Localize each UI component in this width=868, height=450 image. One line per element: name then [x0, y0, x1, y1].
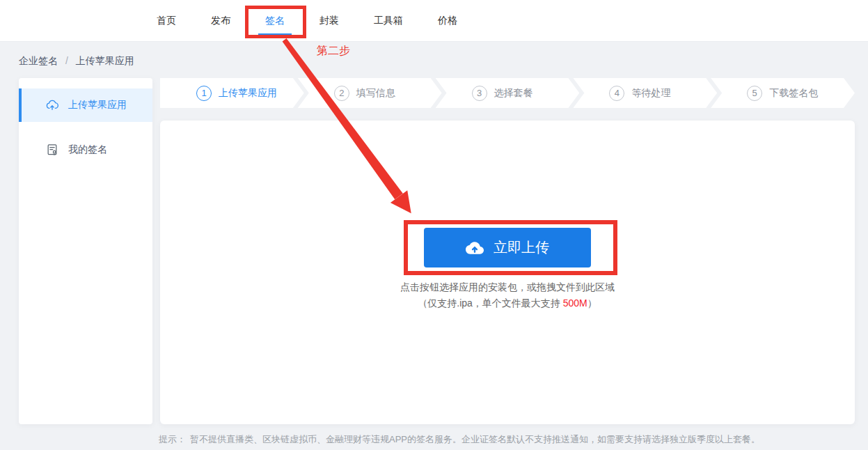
step-3-choose-plan: 3 选择套餐: [436, 78, 580, 108]
max-size-value: 500M: [563, 297, 587, 309]
step-5-download: 5 下载签名包: [711, 78, 855, 108]
nav-item-publish[interactable]: 发布: [211, 15, 230, 27]
footer-tip: 提示：暂不提供直播类、区块链虚拟币、金融理财等违规APP的签名服务。企业证签名默…: [159, 433, 760, 446]
upload-button-label: 立即上传: [494, 238, 549, 257]
annotation-step2-label: 第二步: [317, 44, 350, 59]
step-number: 5: [747, 86, 762, 101]
hint-prefix: （仅支持.ipa，单个文件最大支持: [418, 297, 562, 309]
step-4-processing: 4 等待处理: [573, 78, 717, 108]
breadcrumb-current: 上传苹果应用: [76, 55, 134, 66]
nav-item-toolbox[interactable]: 工具箱: [374, 15, 403, 27]
sidebar: 上传苹果应用 我的签名: [19, 78, 152, 424]
step-2-fill-info: 2 填写信息: [298, 78, 442, 108]
step-1-upload: 1 上传苹果应用: [160, 78, 304, 108]
upload-now-button[interactable]: 立即上传: [424, 228, 591, 267]
step-label: 上传苹果应用: [219, 87, 277, 100]
breadcrumb: 企业签名 / 上传苹果应用: [19, 55, 134, 68]
sidebar-item-my-signatures[interactable]: 我的签名: [19, 133, 152, 166]
nav-items: 首页 发布 签名 封装 工具箱 价格: [157, 0, 457, 42]
signature-doc-icon: [45, 143, 59, 157]
step-label: 等待处理: [631, 87, 670, 100]
step-number: 4: [609, 86, 624, 101]
hint-suffix: ）: [587, 297, 597, 309]
cloud-upload-filled-icon: [466, 239, 484, 257]
upload-hint-line1: 点击按钮选择应用的安装包，或拖拽文件到此区域: [160, 281, 855, 294]
step-wizard: 1 上传苹果应用 2 填写信息 3 选择套餐 4 等待处理 5 下载签名包: [160, 78, 855, 108]
sidebar-item-upload-app[interactable]: 上传苹果应用: [19, 88, 152, 122]
step-number: 2: [334, 86, 349, 101]
tip-text: 暂不提供直播类、区块链虚拟币、金融理财等违规APP的签名服务。企业证签名默认不支…: [190, 434, 760, 444]
tip-label: 提示：: [159, 434, 186, 444]
cloud-upload-icon: [45, 98, 59, 112]
top-navbar: 首页 发布 签名 封装 工具箱 价格: [0, 0, 868, 42]
nav-item-pricing[interactable]: 价格: [438, 15, 457, 27]
upload-hint-line2: （仅支持.ipa，单个文件最大支持 500M）: [160, 297, 855, 310]
nav-item-package[interactable]: 封装: [319, 15, 339, 27]
nav-item-home[interactable]: 首页: [157, 15, 176, 27]
breadcrumb-separator: /: [65, 55, 68, 66]
step-label: 下载签名包: [769, 87, 818, 100]
sidebar-item-label: 我的签名: [68, 143, 107, 156]
breadcrumb-parent[interactable]: 企业签名: [19, 55, 58, 66]
upload-dropzone-card[interactable]: 立即上传 点击按钮选择应用的安装包，或拖拽文件到此区域 （仅支持.ipa，单个文…: [160, 121, 855, 424]
step-label: 选择套餐: [494, 87, 533, 100]
step-number: 1: [196, 86, 212, 101]
step-label: 填写信息: [356, 87, 395, 100]
app-signing-page: { "nav": { "items": [ { "label": "首页" },…: [0, 0, 868, 450]
step-number: 3: [472, 86, 487, 101]
sidebar-item-label: 上传苹果应用: [68, 99, 127, 111]
nav-item-signing[interactable]: 签名: [265, 15, 285, 27]
